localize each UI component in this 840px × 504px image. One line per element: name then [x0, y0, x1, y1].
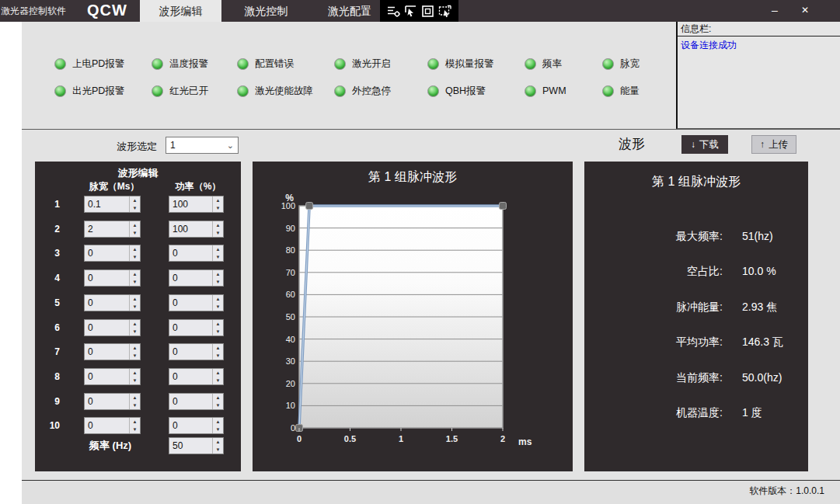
frequency-input-value[interactable]: [169, 438, 212, 454]
power-input-6-value[interactable]: [169, 320, 212, 335]
stepper-up-icon[interactable]: ▲: [213, 394, 223, 401]
power-input-8-steppers[interactable]: ▲▼: [212, 369, 223, 384]
stepper-up-icon[interactable]: ▲: [213, 270, 223, 278]
download-button[interactable]: ↓下载: [681, 135, 728, 154]
stepper-up-icon[interactable]: ▲: [213, 196, 223, 204]
power-input-6[interactable]: ▲▼: [169, 319, 224, 336]
stepper-down-icon[interactable]: ▼: [213, 204, 223, 212]
power-input-3[interactable]: ▲▼: [169, 245, 224, 262]
tab-waveform-edit[interactable]: 波形编辑: [140, 0, 221, 22]
pulse-width-input-1-value[interactable]: [85, 196, 129, 212]
frequency-steppers[interactable]: ▲▼: [212, 438, 223, 454]
pulse-width-input-9-value[interactable]: [85, 394, 129, 409]
power-input-2-steppers[interactable]: ▲▼: [212, 221, 223, 237]
power-input-9[interactable]: ▲▼: [169, 393, 224, 410]
minimize-button[interactable]: –: [764, 0, 786, 22]
power-input-3-value[interactable]: [169, 245, 212, 261]
power-input-9-steppers[interactable]: ▲▼: [212, 394, 223, 409]
stepper-down-icon[interactable]: ▼: [213, 253, 223, 261]
stepper-down-icon[interactable]: ▼: [213, 352, 223, 360]
power-input-2-value[interactable]: [169, 221, 212, 237]
power-input-5-value[interactable]: [169, 295, 212, 311]
stepper-up-icon[interactable]: ▲: [130, 394, 140, 401]
stepper-up-icon[interactable]: ▲: [213, 320, 223, 328]
stepper-down-icon[interactable]: ▼: [130, 377, 140, 384]
stepper-up-icon[interactable]: ▲: [213, 221, 223, 229]
tab-laser-config[interactable]: 激光配置: [311, 0, 389, 22]
pulse-width-input-3-value[interactable]: [85, 245, 129, 261]
power-input-7[interactable]: ▲▼: [169, 343, 224, 360]
power-input-7-value[interactable]: [169, 344, 212, 360]
stepper-up-icon[interactable]: ▲: [213, 245, 223, 253]
stepper-down-icon[interactable]: ▼: [213, 377, 223, 384]
power-input-8-value[interactable]: [169, 369, 212, 384]
power-input-10-steppers[interactable]: ▲▼: [212, 418, 223, 433]
stepper-up-icon[interactable]: ▲: [213, 295, 223, 303]
pulse-width-input-8-value[interactable]: [85, 369, 129, 384]
stepper-up-icon[interactable]: ▲: [130, 270, 140, 278]
close-button[interactable]: ✕: [794, 0, 816, 22]
power-input-4-steppers[interactable]: ▲▼: [212, 270, 223, 286]
pulse-width-input-4-value[interactable]: [85, 270, 129, 286]
pulse-width-input-1-steppers[interactable]: ▲▼: [129, 196, 140, 212]
data-point-marker[interactable]: [306, 203, 313, 210]
power-input-5-steppers[interactable]: ▲▼: [212, 295, 223, 311]
power-input-4-value[interactable]: [169, 270, 212, 286]
power-input-3-steppers[interactable]: ▲▼: [212, 245, 223, 261]
pulse-width-input-10-value[interactable]: [85, 418, 129, 433]
power-input-2[interactable]: ▲▼: [169, 221, 224, 238]
pulse-width-input-10[interactable]: ▲▼: [84, 417, 141, 434]
pulse-width-input-7-value[interactable]: [85, 344, 129, 360]
power-input-1-steppers[interactable]: ▲▼: [212, 196, 223, 212]
stepper-down-icon[interactable]: ▼: [130, 352, 140, 360]
stepper-down-icon[interactable]: ▼: [213, 328, 223, 335]
pulse-width-input-5-steppers[interactable]: ▲▼: [129, 295, 140, 311]
power-input-9-value[interactable]: [169, 394, 212, 409]
stepper-down-icon[interactable]: ▼: [213, 278, 223, 286]
stepper-down-icon[interactable]: ▼: [130, 328, 140, 335]
power-input-7-steppers[interactable]: ▲▼: [212, 344, 223, 360]
pulse-width-input-7[interactable]: ▲▼: [84, 343, 141, 360]
stepper-up-icon[interactable]: ▲: [130, 245, 140, 253]
stepper-down-icon[interactable]: ▼: [130, 426, 140, 433]
maximize-box-icon[interactable]: [421, 5, 434, 18]
stepper-up-icon[interactable]: ▲: [213, 369, 223, 377]
cursor-select-icon[interactable]: [404, 5, 417, 18]
stepper-up-icon[interactable]: ▲: [130, 344, 140, 352]
pulse-width-input-1[interactable]: ▲▼: [84, 196, 141, 213]
pulse-width-input-8-steppers[interactable]: ▲▼: [129, 369, 140, 384]
upload-button[interactable]: ↑上传: [751, 135, 796, 154]
stepper-down-icon[interactable]: ▼: [130, 253, 140, 261]
stepper-down-icon[interactable]: ▼: [130, 401, 140, 409]
pulse-width-input-5-value[interactable]: [85, 295, 129, 311]
pulse-width-input-2-steppers[interactable]: ▲▼: [129, 221, 140, 237]
stepper-up-icon[interactable]: ▲: [130, 295, 140, 303]
stepper-up-icon[interactable]: ▲: [130, 320, 140, 328]
stepper-down-icon[interactable]: ▼: [130, 303, 140, 311]
power-input-8[interactable]: ▲▼: [169, 368, 224, 385]
stepper-up-icon[interactable]: ▲: [213, 438, 223, 446]
power-input-10-value[interactable]: [169, 418, 212, 433]
power-input-6-steppers[interactable]: ▲▼: [212, 320, 223, 335]
pulse-width-input-5[interactable]: ▲▼: [84, 294, 141, 311]
tab-laser-control[interactable]: 激光控制: [225, 0, 307, 22]
stepper-down-icon[interactable]: ▼: [130, 229, 140, 237]
stepper-up-icon[interactable]: ▲: [130, 221, 140, 229]
stepper-up-icon[interactable]: ▲: [213, 418, 223, 426]
pulse-width-input-9-steppers[interactable]: ▲▼: [129, 394, 140, 409]
power-input-5[interactable]: ▲▼: [169, 294, 224, 311]
pulse-width-input-4[interactable]: ▲▼: [84, 269, 141, 287]
pulse-width-input-8[interactable]: ▲▼: [84, 368, 141, 385]
pulse-width-input-9[interactable]: ▲▼: [84, 393, 141, 410]
stepper-down-icon[interactable]: ▼: [213, 446, 223, 454]
pulse-width-input-2[interactable]: ▲▼: [84, 221, 141, 238]
pulse-width-input-4-steppers[interactable]: ▲▼: [129, 270, 140, 286]
stepper-down-icon[interactable]: ▼: [213, 303, 223, 311]
power-input-1-value[interactable]: [169, 196, 212, 212]
stepper-down-icon[interactable]: ▼: [130, 204, 140, 212]
pulse-width-input-2-value[interactable]: [85, 221, 129, 237]
stepper-up-icon[interactable]: ▲: [130, 369, 140, 377]
pulse-width-input-6[interactable]: ▲▼: [84, 319, 141, 336]
waveform-select-dropdown[interactable]: 1 ⌄: [166, 137, 239, 154]
power-input-4[interactable]: ▲▼: [169, 269, 224, 287]
